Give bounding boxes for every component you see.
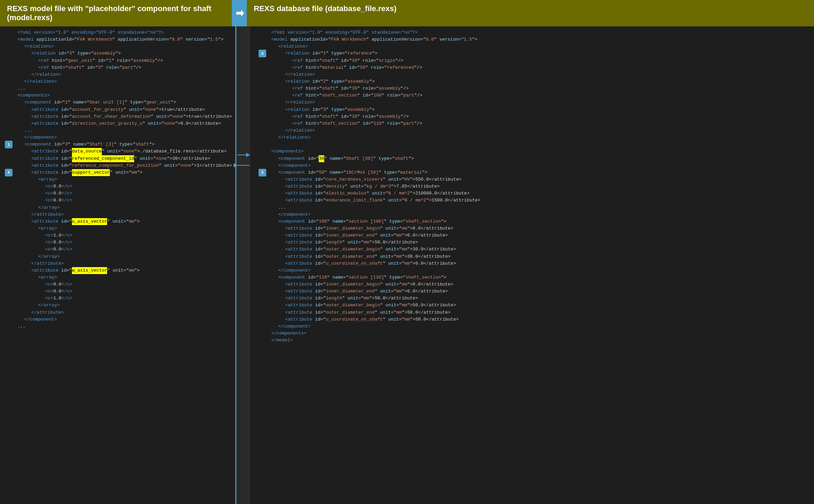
attr-val: part (403, 120, 414, 127)
attr: name (332, 274, 343, 281)
xml-tag: <model (271, 36, 290, 43)
text: =" (66, 113, 72, 120)
xml-tag: <relation (31, 50, 58, 57)
text: " (378, 169, 384, 176)
attr: unit (348, 295, 358, 302)
text: " (375, 253, 380, 260)
attr: name (330, 155, 341, 162)
code-line: <attribute id="core_hardness_vickers" un… (271, 176, 811, 183)
text: " (68, 141, 73, 148)
xml-tag: <attribute (285, 316, 315, 323)
attr: type (331, 106, 342, 113)
code-line: </array> (17, 204, 232, 211)
attr: role (371, 64, 382, 71)
text: =" (400, 218, 406, 225)
code-line: <c>0.0</c> (17, 281, 232, 288)
xml-tag: <attribute (285, 281, 315, 288)
attr: unit (156, 113, 167, 120)
xml-tag: <attribute (285, 302, 315, 309)
attr-val: assembly (133, 57, 155, 64)
code-line: <attribute id="inner_diameter_end" unit=… (271, 288, 811, 295)
attr: id (315, 232, 320, 239)
attr-val: mm (364, 239, 369, 246)
text: =" (314, 274, 319, 281)
code-line: <relations> (17, 43, 232, 50)
text: " (375, 309, 380, 316)
attr-val: section [100] (349, 218, 384, 225)
attr-val: 8.0 (426, 36, 434, 43)
attr-val: shaft_section (322, 92, 357, 99)
attr-val: none (123, 148, 134, 155)
attr: unit (385, 302, 396, 309)
code-line: <array> (17, 176, 232, 183)
attr: version (439, 36, 458, 43)
attr: id (61, 162, 67, 169)
main-container: REXS model file with "placeholder" compo… (0, 0, 814, 504)
attr: type (331, 50, 342, 57)
text: " (327, 274, 333, 281)
text: =" (320, 288, 326, 295)
header-arrow (233, 0, 247, 26)
attr: unit (164, 162, 175, 169)
attr: type (378, 155, 389, 162)
attr-val: 3 (323, 106, 326, 113)
text: ... (24, 127, 32, 134)
xml-tag: <attribute (285, 309, 315, 316)
attr: applicationId (290, 36, 325, 43)
xml-tag: <component (24, 141, 54, 148)
text: =" (317, 113, 322, 120)
attr: unit (348, 239, 358, 246)
text: =" (175, 162, 181, 169)
text: =" (320, 253, 326, 260)
attr: id (315, 316, 320, 323)
attr-val: shaft_section (406, 218, 441, 225)
text: " (92, 57, 98, 64)
text: =" (317, 120, 322, 127)
text: "> (472, 36, 478, 43)
text: " (107, 267, 113, 274)
attr: id (341, 85, 347, 92)
text: " (434, 36, 440, 43)
attr: id (312, 78, 318, 85)
attr: type (130, 99, 141, 106)
right-panel-title: REXS database file (database_file.rexs) (254, 4, 397, 13)
code-line: <ref hint="shaft" id="30" role="origin"/… (271, 57, 811, 64)
text: =" (63, 57, 68, 64)
xml-tag: <attribute (285, 246, 315, 253)
text: " (327, 218, 333, 225)
text: =" (389, 155, 395, 162)
attr: id (315, 260, 320, 267)
attr-val: mm (129, 267, 135, 274)
attr: type (331, 78, 342, 85)
xml-tag: <attribute (31, 106, 61, 113)
text: =" (346, 85, 352, 92)
code-line-support-vec: 4 <attribute id="support_vector" unit="m… (17, 169, 232, 176)
attr: id (308, 274, 314, 281)
text: =" (84, 99, 90, 106)
code-line: <ref hint="material" id="50" role="refer… (271, 64, 811, 71)
attr-val: 30 (352, 85, 357, 92)
code-line-section-100: <component id="100" name="section [100]"… (271, 218, 811, 225)
text: =" (126, 169, 132, 176)
attr: hint (306, 64, 316, 71)
code-line: <array> (17, 274, 232, 281)
text: =" (398, 92, 404, 99)
code-line: </component> (17, 134, 232, 141)
attr-val: inner_diameter_begin (326, 225, 380, 232)
text: =" (317, 57, 322, 64)
attr-val: mm (402, 281, 407, 288)
attr-val: referenced (387, 64, 414, 71)
text: ">50.0</attribute> (410, 316, 458, 323)
text: " (335, 57, 341, 64)
code-line: <attribute id="outer_diameter_begin" uni… (271, 302, 811, 309)
code-line: <attribute id="length" unit="mm">50.0</a… (271, 239, 811, 246)
code-line: <attribute id="account_for_gravity" unit… (17, 106, 232, 113)
attr-val: gear_unit (68, 57, 92, 64)
text: " (335, 113, 341, 120)
text: =" (66, 155, 72, 162)
attr: id (308, 155, 314, 162)
attr-val: 3 (98, 64, 101, 71)
attr: id (315, 309, 320, 316)
text: =" (320, 309, 326, 316)
text: " (82, 64, 87, 71)
